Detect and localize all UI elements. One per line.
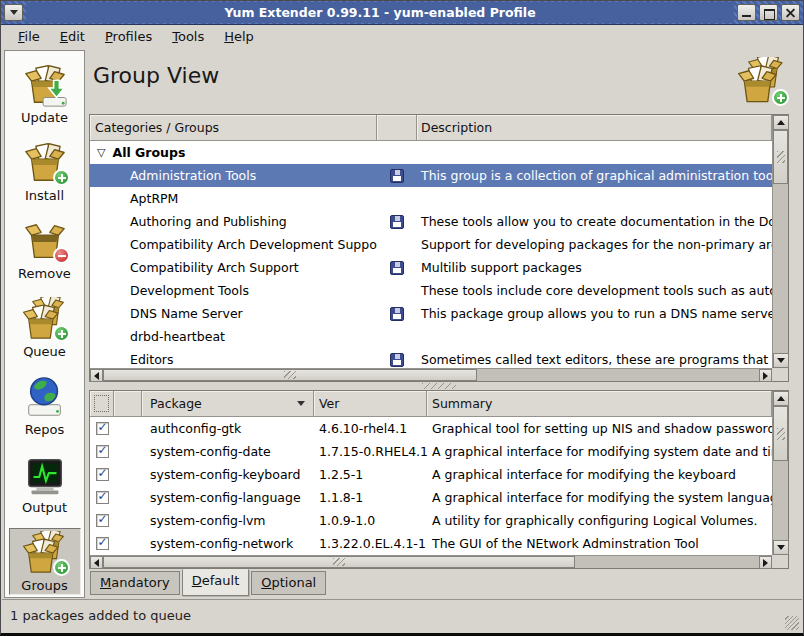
column-header-checkbox[interactable] xyxy=(90,391,114,417)
group-row[interactable]: Authoring and Publishing These tools all… xyxy=(90,210,772,233)
package-checkbox[interactable] xyxy=(96,491,109,504)
sidebar-item-output[interactable]: Output xyxy=(9,450,81,517)
menu-help[interactable]: Help xyxy=(215,27,263,46)
group-row[interactable]: DNS Name Server This package group allow… xyxy=(90,302,772,325)
group-row[interactable]: Compatibility Arch Development Support S… xyxy=(90,233,772,256)
remove-box-icon xyxy=(22,219,68,265)
package-name: authconfig-gtk xyxy=(142,421,314,436)
group-name: drbd-heartbeat xyxy=(90,329,377,344)
expander-open-icon[interactable]: ▽ xyxy=(97,147,105,158)
sidebar: Update Install Remove xyxy=(4,50,85,598)
group-row[interactable]: AptRPM xyxy=(90,187,772,210)
scrollbar-thumb[interactable] xyxy=(773,130,788,184)
scroll-up-button[interactable] xyxy=(773,391,789,406)
group-row[interactable]: drbd-heartbeat xyxy=(90,325,772,348)
menu-file[interactable]: File xyxy=(9,27,49,46)
tab-optional[interactable]: Optional xyxy=(251,571,326,595)
scrollbar-thumb[interactable] xyxy=(103,369,477,381)
group-name: Compatibility Arch Support xyxy=(90,260,377,275)
package-row[interactable]: system-config-language 1.1.8-1 A graphic… xyxy=(90,486,772,509)
package-row[interactable]: system-config-network 1.3.22.0.EL.4.1-1 … xyxy=(90,532,772,555)
maximize-button[interactable] xyxy=(759,4,778,21)
menu-edit[interactable]: Edit xyxy=(51,27,94,46)
installed-floppy-icon xyxy=(390,215,404,229)
page-title: Group View xyxy=(93,63,219,88)
scroll-right-button[interactable] xyxy=(759,369,772,382)
group-name: Administration Tools xyxy=(90,168,377,183)
group-name: Development Tools xyxy=(90,283,377,298)
menu-profiles[interactable]: Profiles xyxy=(96,27,161,46)
minimize-button[interactable] xyxy=(737,4,756,21)
column-header-description[interactable]: Description xyxy=(417,115,772,141)
group-horizontal-scrollbar[interactable] xyxy=(90,368,772,381)
scrollbar-thumb[interactable] xyxy=(773,406,788,461)
package-vertical-scrollbar[interactable] xyxy=(772,391,788,555)
group-row[interactable]: Editors Sometimes called text editors, t… xyxy=(90,348,772,368)
group-row[interactable]: Compatibility Arch Support Multilib supp… xyxy=(90,256,772,279)
menu-tools[interactable]: Tools xyxy=(163,27,213,46)
package-name: system-config-lvm xyxy=(142,513,314,528)
tab-default[interactable]: Default xyxy=(182,569,250,596)
scrollbar-thumb[interactable] xyxy=(103,556,575,568)
group-vertical-scrollbar[interactable] xyxy=(772,115,788,368)
titlebar[interactable]: Yum Extender 0.99.11 - yum-enabled Profi… xyxy=(1,1,803,25)
group-name: AptRPM xyxy=(90,191,377,206)
column-header-package[interactable]: Package xyxy=(142,391,314,417)
package-table-header: Package Ver Summary xyxy=(90,391,772,417)
sidebar-label: Output xyxy=(22,500,67,515)
scroll-down-button[interactable] xyxy=(773,540,789,555)
installed-floppy-icon xyxy=(390,169,404,183)
package-row[interactable]: system-config-date 1.7.15-0.RHEL4.1 A gr… xyxy=(90,440,772,463)
package-row[interactable]: authconfig-gtk 4.6.10-rhel4.1 Graphical … xyxy=(90,417,772,440)
queue-boxes-icon xyxy=(22,297,68,343)
group-row-selected[interactable]: Administration Tools This group is a col… xyxy=(90,164,772,187)
package-row[interactable]: system-config-lvm 1.0.9-1.0 A utility fo… xyxy=(90,509,772,532)
sidebar-item-repos[interactable]: Repos xyxy=(9,372,81,439)
update-box-icon xyxy=(22,63,68,109)
group-row[interactable]: Development Tools These tools include co… xyxy=(90,279,772,302)
scroll-right-button[interactable] xyxy=(759,556,772,569)
column-header-ver[interactable]: Ver xyxy=(314,391,427,417)
sidebar-item-remove[interactable]: Remove xyxy=(9,216,81,283)
member-type-tabs: Mandatory Default Optional xyxy=(89,569,789,598)
sidebar-item-update[interactable]: Update xyxy=(9,60,81,127)
status-text: 1 packages added to queue xyxy=(10,608,191,623)
window-menu-button[interactable] xyxy=(4,4,23,21)
repos-globe-icon xyxy=(22,375,68,421)
menubar: File Edit Profiles Tools Help xyxy=(1,25,803,48)
column-header-status[interactable] xyxy=(377,115,417,141)
resize-grip[interactable] xyxy=(785,616,799,630)
scroll-up-button[interactable] xyxy=(773,115,789,130)
package-horizontal-scrollbar[interactable] xyxy=(90,555,772,568)
sidebar-item-groups[interactable]: Groups xyxy=(9,528,81,595)
package-row[interactable]: system-config-keyboard 1.2.5-1 A graphic… xyxy=(90,463,772,486)
column-header-categories[interactable]: Categories / Groups xyxy=(90,115,377,141)
sidebar-item-install[interactable]: Install xyxy=(9,138,81,205)
package-checkbox[interactable] xyxy=(96,468,109,481)
group-description: Support for developing packages for the … xyxy=(417,237,772,252)
package-checkbox[interactable] xyxy=(96,537,109,550)
group-root-row[interactable]: ▽ All Groups xyxy=(90,141,772,164)
close-button[interactable] xyxy=(781,4,800,21)
scroll-left-button[interactable] xyxy=(90,556,103,569)
app-window: Yum Extender 0.99.11 - yum-enabled Profi… xyxy=(0,0,804,636)
sidebar-item-queue[interactable]: Queue xyxy=(9,294,81,361)
main-content: Group View Categories / Groups Descripti… xyxy=(85,49,802,598)
scroll-left-button[interactable] xyxy=(90,369,103,382)
pane-splitter-handle[interactable] xyxy=(89,382,789,390)
package-version: 1.2.5-1 xyxy=(314,467,427,482)
package-summary: A graphical interface for modifying syst… xyxy=(427,444,772,459)
group-name: Authoring and Publishing xyxy=(90,214,377,229)
package-checkbox[interactable] xyxy=(96,514,109,527)
scroll-down-button[interactable] xyxy=(773,353,789,368)
group-description: This package group allows you to run a D… xyxy=(417,306,772,321)
package-checkbox[interactable] xyxy=(96,445,109,458)
chevron-down-icon xyxy=(10,10,18,15)
column-header-summary[interactable]: Summary xyxy=(427,391,772,417)
package-checkbox[interactable] xyxy=(96,422,109,435)
column-header-spacer[interactable] xyxy=(114,391,142,417)
package-summary: A graphical interface for modifying the … xyxy=(427,467,772,482)
group-description: Sometimes called text editors, these are… xyxy=(417,352,772,367)
sidebar-label: Repos xyxy=(25,422,64,437)
tab-mandatory[interactable]: Mandatory xyxy=(90,571,180,595)
